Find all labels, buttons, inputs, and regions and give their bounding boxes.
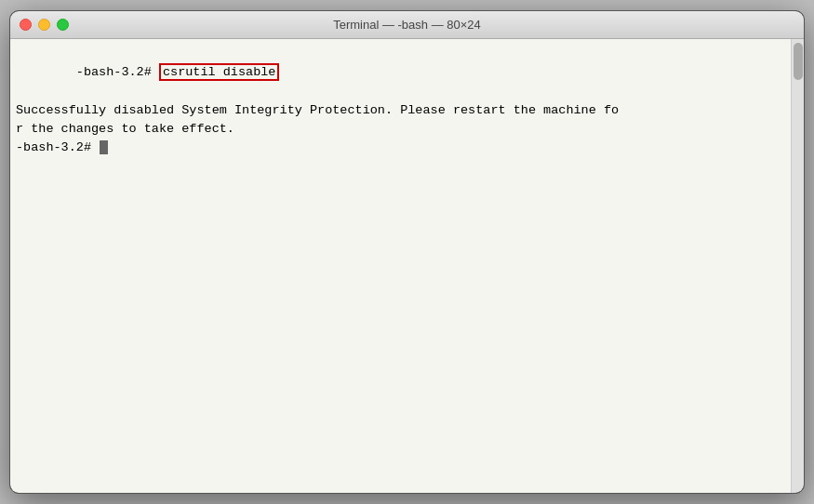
maximize-button[interactable]: [57, 19, 69, 31]
titlebar: Terminal — -bash — 80×24: [10, 11, 804, 39]
cursor: [100, 140, 108, 154]
scrollbar[interactable]: [791, 39, 804, 493]
output-line-1: Successfully disabled System Integrity P…: [16, 101, 785, 120]
command-text: csrutil disable: [159, 63, 280, 81]
prompt-1: -bash-3.2#: [76, 65, 159, 79]
command-line: -bash-3.2# csrutil disable: [16, 45, 785, 101]
terminal-content[interactable]: -bash-3.2# csrutil disable Successfully …: [10, 39, 791, 493]
terminal-area: -bash-3.2# csrutil disable Successfully …: [10, 39, 804, 493]
output-line-2: r the changes to take effect.: [16, 120, 785, 139]
minimize-button[interactable]: [38, 19, 50, 31]
window-title: Terminal — -bash — 80×24: [333, 18, 481, 32]
terminal-window: Terminal — -bash — 80×24 -bash-3.2# csru…: [9, 10, 805, 494]
scrollbar-thumb[interactable]: [794, 43, 803, 80]
window-controls: [20, 19, 69, 31]
close-button[interactable]: [20, 19, 32, 31]
prompt-2: -bash-3.2#: [16, 140, 99, 154]
prompt-line-2: -bash-3.2#: [16, 139, 785, 157]
